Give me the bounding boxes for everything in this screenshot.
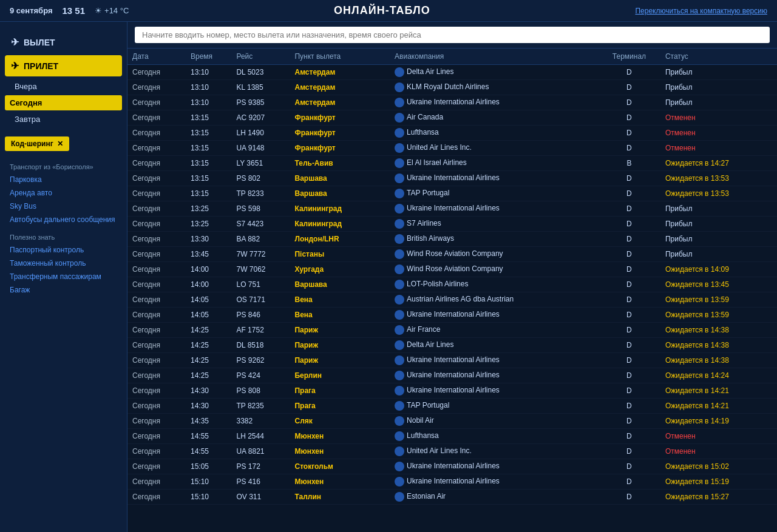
cell-dest[interactable]: Пістаны: [290, 247, 390, 262]
table-row[interactable]: Сегодня 13:30 BA 882 Лондон/LHR British …: [127, 232, 777, 247]
table-row[interactable]: Сегодня 13:15 TP 8233 Варшава TAP Portug…: [127, 186, 777, 201]
table-row[interactable]: Сегодня 14:05 PS 846 Вена Ukraine Intern…: [127, 308, 777, 323]
cell-status: Ожидается в 14:27: [660, 156, 777, 171]
sidebar-link-buses[interactable]: Автобусы дальнего сообщения: [0, 213, 127, 226]
cell-dest[interactable]: Франкфурт: [290, 141, 390, 156]
cell-airline: Air Canada: [390, 110, 598, 126]
table-row[interactable]: Сегодня 15:10 PS 416 Мюнхен Ukraine Inte…: [127, 474, 777, 490]
table-row[interactable]: Сегодня 14:55 LH 2544 Мюнхен Lufthansa D…: [127, 429, 777, 444]
table-row[interactable]: Сегодня 13:15 UA 9148 Франкфурт United A…: [127, 141, 777, 156]
table-row[interactable]: Сегодня 15:10 OV 311 Таллин Estonian Air…: [127, 490, 777, 505]
sidebar-link-customs[interactable]: Таможенный контроль: [0, 257, 127, 270]
cell-dest[interactable]: Париж: [290, 323, 390, 338]
table-row[interactable]: Сегодня 13:10 DL 5023 Амстердам Delta Ai…: [127, 65, 777, 80]
table-row[interactable]: Сегодня 14:55 UA 8821 Мюнхен United Air …: [127, 444, 777, 459]
cell-terminal: D: [598, 368, 660, 383]
cell-dest[interactable]: Сляк: [290, 414, 390, 429]
table-row[interactable]: Сегодня 13:15 AC 9207 Франкфурт Air Cana…: [127, 110, 777, 126]
table-row[interactable]: Сегодня 13:25 PS 598 Калининград Ukraine…: [127, 201, 777, 217]
cell-time: 14:55: [186, 444, 231, 459]
flights-table-container[interactable]: Дата Время Рейс Пункт вылета Авиакомпани…: [127, 49, 777, 532]
cell-dest[interactable]: Таллин: [290, 490, 390, 505]
cell-dest[interactable]: Амстердам: [290, 65, 390, 80]
cell-dest[interactable]: Мюнхен: [290, 444, 390, 459]
table-row[interactable]: Сегодня 14:25 PS 9262 Париж Ukraine Inte…: [127, 353, 777, 368]
table-row[interactable]: Сегодня 14:35 3382 Сляк Nobil Air D Ожид…: [127, 414, 777, 429]
table-row[interactable]: Сегодня 14:25 DL 8518 Париж Delta Air Li…: [127, 338, 777, 353]
cell-dest[interactable]: Варшава: [290, 277, 390, 292]
cell-dest[interactable]: Франкфурт: [290, 110, 390, 126]
cell-time: 14:35: [186, 414, 231, 429]
table-row[interactable]: Сегодня 13:15 PS 802 Варшава Ukraine Int…: [127, 171, 777, 186]
airline-logo: [395, 219, 404, 229]
cell-dest[interactable]: Франкфурт: [290, 126, 390, 141]
codeshare-button[interactable]: Код-шеринг ✕: [5, 136, 69, 151]
cell-terminal: D: [598, 277, 660, 292]
day-tomorrow[interactable]: Завтра: [5, 112, 122, 127]
airline-logo: [395, 355, 404, 365]
cell-flight: 7W 7772: [231, 247, 290, 262]
cell-flight: 3382: [231, 414, 290, 429]
cell-status: Ожидается в 14:24: [660, 368, 777, 383]
cell-flight: OV 311: [231, 490, 290, 505]
table-row[interactable]: Сегодня 13:10 PS 9385 Амстердам Ukraine …: [127, 95, 777, 110]
table-row[interactable]: Сегодня 13:10 KL 1385 Амстердам KLM Roya…: [127, 80, 777, 95]
arrival-tab[interactable]: ✈ ПРИЛЕТ: [5, 55, 122, 76]
table-row[interactable]: Сегодня 14:05 OS 7171 Вена Austrian Airl…: [127, 292, 777, 308]
cell-dest[interactable]: Калининград: [290, 201, 390, 217]
cell-airline: Ukraine International Airlines: [390, 95, 598, 110]
cell-date: Сегодня: [127, 171, 186, 186]
cell-dest[interactable]: Калининград: [290, 217, 390, 232]
cell-dest[interactable]: Амстердам: [290, 95, 390, 110]
cell-dest[interactable]: Вена: [290, 308, 390, 323]
cell-status: Отменен: [660, 429, 777, 444]
cell-dest[interactable]: Мюнхен: [290, 474, 390, 490]
codeshare-close-icon[interactable]: ✕: [57, 140, 63, 148]
sidebar-link-skybus[interactable]: Sky Bus: [0, 200, 127, 213]
cell-time: 13:30: [186, 232, 231, 247]
table-row[interactable]: Сегодня 14:25 AF 1752 Париж Air France D…: [127, 323, 777, 338]
sidebar-link-parking[interactable]: Парковка: [0, 173, 127, 186]
cell-time: 15:05: [186, 459, 231, 474]
cell-dest[interactable]: Мюнхен: [290, 429, 390, 444]
cell-terminal: D: [598, 444, 660, 459]
table-row[interactable]: Сегодня 14:00 LO 751 Варшава LOT-Polish …: [127, 277, 777, 292]
cell-dest[interactable]: Вена: [290, 292, 390, 308]
cell-flight: PS 9262: [231, 353, 290, 368]
table-row[interactable]: Сегодня 14:25 PS 424 Берлин Ukraine Inte…: [127, 368, 777, 383]
cell-dest[interactable]: Прага: [290, 383, 390, 399]
cell-dest[interactable]: Париж: [290, 338, 390, 353]
cell-dest[interactable]: Тель-Авив: [290, 156, 390, 171]
cell-dest[interactable]: Париж: [290, 353, 390, 368]
table-row[interactable]: Сегодня 13:45 7W 7772 Пістаны Wind Rose …: [127, 247, 777, 262]
table-row[interactable]: Сегодня 13:15 LY 3651 Тель-Авив El Al Is…: [127, 156, 777, 171]
table-row[interactable]: Сегодня 14:00 7W 7062 Хургада Wind Rose …: [127, 262, 777, 277]
table-row[interactable]: Сегодня 14:30 TP 8235 Прага TAP Portugal…: [127, 399, 777, 414]
cell-date: Сегодня: [127, 414, 186, 429]
cell-time: 13:15: [186, 110, 231, 126]
sidebar-link-transfer[interactable]: Трансферным пассажирам: [0, 270, 127, 283]
table-row[interactable]: Сегодня 13:15 LH 1490 Франкфурт Lufthans…: [127, 126, 777, 141]
table-row[interactable]: Сегодня 15:05 PS 172 Стокгольм Ukraine I…: [127, 459, 777, 474]
cell-dest[interactable]: Берлин: [290, 368, 390, 383]
cell-dest[interactable]: Амстердам: [290, 80, 390, 95]
cell-dest[interactable]: Хургада: [290, 262, 390, 277]
cell-dest[interactable]: Лондон/LHR: [290, 232, 390, 247]
table-row[interactable]: Сегодня 14:30 PS 808 Прага Ukraine Inter…: [127, 383, 777, 399]
sidebar-link-baggage[interactable]: Багаж: [0, 283, 127, 297]
table-row[interactable]: Сегодня 13:25 S7 4423 Калининград S7 Air…: [127, 217, 777, 232]
cell-dest[interactable]: Варшава: [290, 171, 390, 186]
sidebar-link-rental[interactable]: Аренда авто: [0, 186, 127, 200]
sidebar-link-passport[interactable]: Паспортный контроль: [0, 243, 127, 257]
day-yesterday[interactable]: Вчера: [5, 79, 122, 94]
cell-airline: Ukraine International Airlines: [390, 368, 598, 383]
day-today[interactable]: Сегодня: [5, 95, 122, 110]
compact-version-link[interactable]: Переключиться на компактную версию: [635, 7, 767, 15]
departure-tab[interactable]: ✈ ВЫЛЕТ: [5, 32, 122, 53]
cell-dest[interactable]: Варшава: [290, 186, 390, 201]
cell-dest[interactable]: Стокгольм: [290, 459, 390, 474]
search-input[interactable]: [135, 27, 770, 43]
cell-terminal: D: [598, 126, 660, 141]
cell-dest[interactable]: Прага: [290, 399, 390, 414]
cell-date: Сегодня: [127, 308, 186, 323]
